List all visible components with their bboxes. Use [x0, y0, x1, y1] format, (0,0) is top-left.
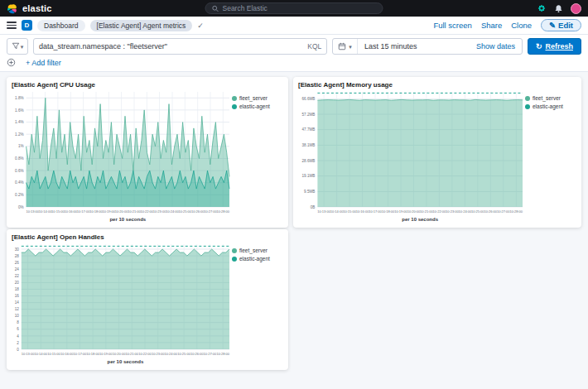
svg-text:0.8%: 0.8%: [15, 156, 23, 161]
legend-item[interactable]: elastic-agent: [232, 256, 283, 262]
show-dates-button[interactable]: Show dates: [470, 42, 522, 50]
svg-text:10:15:00: 10:15:00: [47, 352, 60, 356]
svg-text:9.5MB: 9.5MB: [304, 190, 315, 194]
cpu-usage-chart[interactable]: 1.8%1.6%1.4%1.2%1%0.8%0.6%0.4%0.2%0%10:1…: [12, 89, 232, 223]
svg-text:0.2%: 0.2%: [15, 193, 23, 197]
open-handles-chart[interactable]: 30282624222018161412108642010:13:0010:14…: [12, 241, 232, 366]
legend-item[interactable]: elastic-agent: [525, 103, 576, 109]
svg-text:10:22:00: 10:22:00: [141, 209, 154, 214]
svg-text:22: 22: [15, 274, 20, 278]
chart-legend: fleet_serverelastic-agent: [232, 89, 283, 223]
filter-bar: + Add filter: [0, 57, 588, 72]
edit-button[interactable]: ✎ Edit: [541, 19, 581, 31]
svg-text:57.2MB: 57.2MB: [302, 113, 316, 117]
svg-text:1.4%: 1.4%: [15, 120, 23, 124]
svg-text:10:21:00: 10:21:00: [128, 209, 141, 214]
svg-text:10:28:00: 10:28:00: [217, 209, 230, 214]
svg-text:8: 8: [17, 320, 19, 324]
add-filter-link[interactable]: + Add filter: [26, 59, 61, 67]
quick-select-button[interactable]: ▾: [333, 39, 358, 54]
time-range-picker: ▾ Last 15 minutes Show dates: [332, 38, 523, 55]
query-text: data_stream.namespace : "fleetserver": [39, 42, 307, 50]
user-avatar[interactable]: [571, 3, 581, 14]
search-input[interactable]: [223, 4, 377, 12]
menu-hamburger-icon[interactable]: [7, 22, 17, 29]
svg-text:1.2%: 1.2%: [15, 132, 23, 137]
time-range-value[interactable]: Last 15 minutes: [358, 42, 424, 50]
svg-text:0: 0: [17, 348, 19, 352]
legend-dot-icon: [232, 96, 237, 101]
svg-text:10:24:00: 10:24:00: [459, 209, 472, 214]
svg-text:0B: 0B: [311, 205, 316, 209]
svg-text:per 10 seconds: per 10 seconds: [109, 217, 146, 222]
svg-text:10:21:00: 10:21:00: [420, 209, 433, 214]
memory-usage-chart[interactable]: 66.6MB57.2MB47.7MB38.1MB28.6MB19.1MB9.5M…: [298, 89, 525, 223]
refresh-icon: ↻: [536, 42, 542, 50]
breadcrumb-current-page: [Elastic Agent] Agent metrics: [90, 20, 193, 31]
legend-label: fleet_server: [533, 95, 561, 101]
svg-text:10:28:00: 10:28:00: [216, 352, 229, 356]
legend-dot-icon: [525, 96, 530, 101]
svg-text:10:28:00: 10:28:00: [510, 209, 523, 214]
svg-text:10:20:00: 10:20:00: [407, 209, 421, 214]
svg-text:18: 18: [15, 287, 20, 291]
svg-text:12: 12: [15, 307, 20, 311]
svg-text:1.6%: 1.6%: [15, 108, 23, 113]
panel-cpu-usage[interactable]: [Elastic Agent] CPU Usage 1.8%1.6%1.4%1.…: [7, 77, 288, 228]
chart-legend: fleet_serverelastic-agent: [525, 89, 576, 223]
breadcrumb-dashboard[interactable]: Dashboard: [37, 20, 85, 31]
svg-text:1.8%: 1.8%: [15, 96, 23, 100]
svg-text:20: 20: [15, 281, 20, 285]
svg-text:10:13:00: 10:13:00: [317, 209, 330, 214]
full-screen-link[interactable]: Full screen: [433, 21, 471, 30]
svg-text:10:27:00: 10:27:00: [204, 352, 217, 356]
svg-text:10:23:00: 10:23:00: [446, 209, 459, 214]
svg-text:10:19:00: 10:19:00: [394, 209, 407, 214]
deployment-settings-icon[interactable]: [537, 3, 547, 13]
filter-funnel-icon: [12, 42, 20, 50]
svg-text:10:22:00: 10:22:00: [138, 352, 152, 356]
brand-name: elastic: [22, 3, 52, 13]
add-filter-icon[interactable]: [7, 58, 16, 67]
svg-text:10:14:00: 10:14:00: [330, 209, 344, 214]
space-avatar[interactable]: D: [22, 20, 32, 31]
panel-memory-usage[interactable]: [Elastic Agent] Memory usage 66.6MB57.2M…: [293, 77, 581, 228]
legend-item[interactable]: fleet_server: [232, 95, 283, 101]
refresh-button[interactable]: ↻ Refresh: [528, 38, 581, 55]
global-search[interactable]: [205, 2, 383, 14]
query-bar: ▾ data_stream.namespace : "fleetserver" …: [0, 35, 588, 57]
svg-text:10:17:00: 10:17:00: [77, 209, 90, 214]
svg-text:per 10 seconds: per 10 seconds: [108, 359, 144, 364]
svg-text:0.6%: 0.6%: [15, 169, 23, 173]
svg-text:2: 2: [17, 341, 19, 345]
svg-text:10:18:00: 10:18:00: [382, 209, 395, 214]
svg-text:0.4%: 0.4%: [15, 180, 23, 185]
svg-text:10:18:00: 10:18:00: [89, 209, 103, 214]
svg-text:16: 16: [15, 294, 20, 298]
query-language-button[interactable]: KQL: [307, 42, 321, 50]
clone-link[interactable]: Clone: [511, 21, 532, 30]
alerts-bell-icon[interactable]: [554, 4, 563, 13]
legend-item[interactable]: fleet_server: [232, 247, 283, 253]
svg-text:10:27:00: 10:27:00: [497, 209, 510, 214]
svg-text:38.1MB: 38.1MB: [302, 143, 316, 147]
svg-text:10:26:00: 10:26:00: [190, 352, 204, 356]
saved-query-menu-button[interactable]: ▾: [7, 38, 28, 55]
svg-text:10: 10: [15, 314, 20, 318]
svg-text:10:26:00: 10:26:00: [484, 209, 498, 214]
svg-text:10:13:00: 10:13:00: [22, 352, 35, 356]
panel-open-handles[interactable]: [Elastic Agent] Open Handles 30282624222…: [7, 229, 288, 370]
svg-text:10:17:00: 10:17:00: [74, 352, 87, 356]
legend-dot-icon: [232, 248, 237, 253]
svg-text:10:23:00: 10:23:00: [153, 209, 166, 214]
legend-item[interactable]: elastic-agent: [232, 103, 283, 109]
svg-text:10:16:00: 10:16:00: [65, 209, 78, 214]
svg-text:10:25:00: 10:25:00: [471, 209, 484, 214]
svg-text:6: 6: [17, 327, 19, 331]
svg-text:10:25:00: 10:25:00: [177, 352, 190, 356]
elastic-logo: [7, 3, 17, 14]
legend-item[interactable]: fleet_server: [525, 95, 576, 101]
share-link[interactable]: Share: [481, 21, 502, 30]
svg-text:28: 28: [15, 254, 20, 258]
kql-query-input[interactable]: data_stream.namespace : "fleetserver" KQ…: [33, 38, 327, 55]
